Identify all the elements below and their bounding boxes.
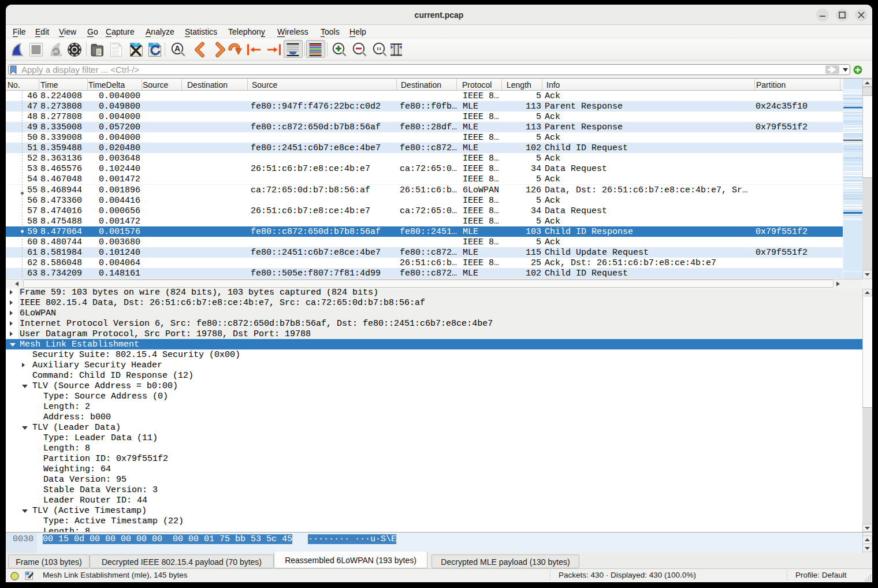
svg-text:A: A (174, 44, 180, 53)
svg-text:I:I: I:I (377, 46, 381, 51)
svg-text:0111: 0111 (112, 53, 119, 57)
